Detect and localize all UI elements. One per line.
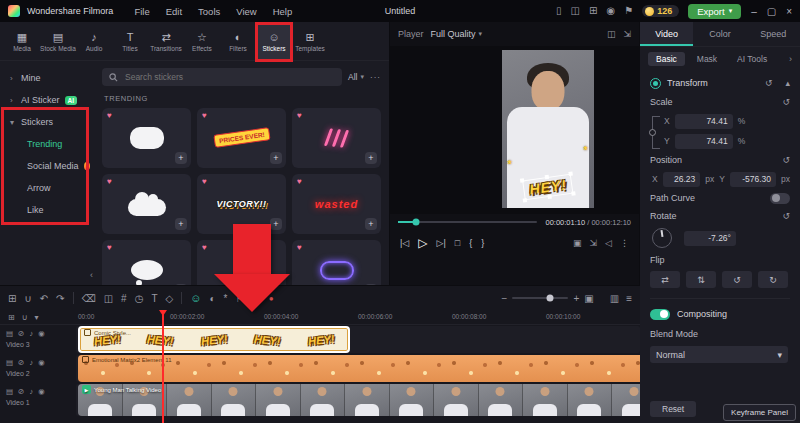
sidebar-item-stickers[interactable]: ▾ Stickers — [0, 111, 96, 133]
tab-audio[interactable]: ♪Audio — [76, 24, 112, 60]
playback-slider[interactable] — [398, 221, 537, 223]
hide-track-icon[interactable]: ◉ — [38, 387, 45, 396]
tab-transitions[interactable]: ⇄Transitions — [148, 24, 184, 60]
add-sticker-button[interactable]: + — [270, 152, 282, 164]
minimize-button[interactable]: – — [751, 6, 757, 17]
tab-speed[interactable]: Speed — [747, 22, 800, 46]
sidebar-item-ai-sticker[interactable]: › AI Sticker AI — [0, 89, 96, 111]
selection-handle[interactable] — [571, 191, 576, 196]
track-type-icon[interactable]: ▤ — [6, 329, 13, 338]
split-button[interactable]: ◫ — [104, 293, 113, 304]
mute-track-icon[interactable]: ♪ — [29, 387, 33, 396]
close-button[interactable]: × — [786, 6, 792, 17]
lock-track-icon[interactable]: ⊘ — [18, 387, 24, 396]
flip-horizontal-button[interactable]: ⇄ — [650, 271, 680, 288]
track-type-icon[interactable]: ▤ — [6, 387, 13, 396]
favorite-icon[interactable]: ♥ — [297, 243, 302, 252]
transform-toggle-icon[interactable] — [650, 78, 661, 89]
zoom-out-button[interactable]: − — [502, 293, 508, 304]
tab-titles[interactable]: TTitles — [112, 24, 148, 60]
add-track-icon[interactable]: ⊞ — [8, 313, 15, 322]
sticker-clip[interactable]: Comic Style... HEY! HEY! HEY! HEY! HEY! — [78, 326, 350, 353]
video-preview[interactable]: * * HEY! — [502, 50, 594, 208]
sidebar-item-trending[interactable]: Trending — [0, 133, 96, 155]
favorite-icon[interactable]: ♥ — [107, 111, 112, 120]
lock-track-icon[interactable]: ⊘ — [18, 329, 24, 338]
redo-button[interactable]: ↷ — [56, 293, 64, 304]
tab-media[interactable]: ▦Media — [4, 24, 40, 60]
tab-video[interactable]: Video — [640, 22, 693, 46]
collapse-section-icon[interactable]: ▴ — [785, 78, 790, 88]
keyframe-add-button[interactable]: ◇ — [166, 293, 174, 304]
path-curve-toggle[interactable] — [770, 193, 790, 204]
menu-file[interactable]: File — [134, 6, 149, 17]
flip-vertical-button[interactable]: ⇅ — [686, 271, 716, 288]
position-y-input[interactable]: -576.30 — [730, 172, 776, 187]
favorite-icon[interactable]: ♥ — [202, 243, 207, 252]
add-sticker-button[interactable]: + — [365, 218, 377, 230]
sidebar-collapse-button[interactable]: ‹ — [90, 270, 93, 280]
sticker-tile-wasted[interactable]: ♥ wasted + — [292, 174, 381, 234]
rotate-cw-button[interactable]: ↻ — [758, 271, 788, 288]
sticker-tile-cloud-bubble[interactable]: ♥ + — [102, 174, 191, 234]
tab-stickers[interactable]: ☺ Stickers — [256, 24, 292, 60]
add-sticker-button[interactable]: + — [270, 218, 282, 230]
hide-track-icon[interactable]: ◉ — [38, 358, 45, 367]
sticker-tile-anger-lines[interactable]: ♥ + — [292, 108, 381, 168]
selection-handle[interactable] — [522, 198, 527, 203]
tab-color[interactable]: Color — [693, 22, 746, 46]
zoom-knob[interactable] — [547, 295, 554, 302]
dual-screen-icon[interactable]: ⊞ — [589, 6, 597, 16]
scale-x-input[interactable]: 74.41 — [675, 114, 733, 129]
stop-button[interactable]: □ — [455, 238, 460, 248]
blend-mode-dropdown[interactable]: Normal ▾ — [650, 346, 788, 363]
phone-link-icon[interactable]: ▯ — [556, 6, 562, 16]
filter-dropdown[interactable]: All ▾ — [348, 72, 364, 82]
menu-edit[interactable]: Edit — [166, 6, 182, 17]
delete-button[interactable]: ⌫ — [82, 293, 96, 304]
track-lane[interactable]: Comic Style... HEY! HEY! HEY! HEY! HEY! — [76, 326, 640, 353]
fit-timeline-button[interactable]: ▣ — [584, 293, 593, 304]
notification-icon[interactable]: ⚑ — [624, 6, 633, 16]
compositing-toggle[interactable] — [650, 309, 670, 320]
search-input[interactable] — [123, 71, 335, 83]
compare-view-icon[interactable]: ◫ — [607, 29, 616, 39]
favorite-icon[interactable]: ♥ — [297, 177, 302, 186]
favorite-icon[interactable]: ♥ — [107, 243, 112, 252]
menu-view[interactable]: View — [236, 6, 256, 17]
sticker-tile-prices-ever[interactable]: ♥ PRICES EVER! + — [197, 108, 286, 168]
magnet-icon[interactable]: ∪ — [22, 313, 28, 322]
play-button[interactable]: ▷ — [418, 236, 427, 250]
scale-y-input[interactable]: 74.41 — [675, 134, 733, 149]
favorite-icon[interactable]: ♥ — [202, 177, 207, 186]
screen-layout-icon[interactable]: ◫ — [571, 6, 580, 16]
timeline-ruler[interactable]: ⊞ ∪ ▾ 00:00 00:00:02:00 00:00:04:00 00:0… — [0, 310, 640, 325]
sticker-tile-speech-bubble[interactable]: ♥ + — [102, 108, 191, 168]
zoom-slider[interactable] — [512, 297, 568, 299]
subtab-mask[interactable]: Mask — [689, 52, 725, 66]
next-frame-button[interactable]: ▷| — [437, 238, 446, 248]
tab-filters[interactable]: ◐Filters — [220, 24, 256, 60]
crop-button[interactable]: # — [121, 293, 127, 304]
speed-button[interactable]: ◷ — [135, 293, 144, 304]
sticker-quick-button[interactable]: ☺ — [190, 292, 201, 304]
playhead[interactable] — [162, 310, 164, 423]
maximize-button[interactable]: ▢ — [767, 6, 776, 17]
expand-player-icon[interactable]: ⇲ — [623, 29, 631, 39]
rotate-ccw-button[interactable]: ↺ — [722, 271, 752, 288]
coin-badge[interactable]: 126 — [642, 5, 679, 17]
subtab-basic[interactable]: Basic — [648, 52, 685, 66]
reset-transform-icon[interactable]: ↺ — [765, 78, 773, 88]
reset-position-icon[interactable]: ↺ — [782, 155, 790, 165]
snap-button[interactable]: ∪ — [24, 293, 31, 304]
more-options-icon[interactable]: ··· — [370, 73, 381, 82]
text-button[interactable]: T — [151, 293, 157, 304]
favorite-icon[interactable]: ♥ — [297, 111, 302, 120]
track-type-icon[interactable]: ▤ — [6, 358, 13, 367]
track-lane[interactable]: Emotional Matrix2 Element 11 — [76, 355, 640, 382]
quality-dropdown[interactable]: Full Quality ▾ — [431, 29, 483, 39]
menu-help[interactable]: Help — [273, 6, 293, 17]
position-x-input[interactable]: 26.23 — [663, 172, 701, 187]
rotate-input[interactable]: -7.26° — [684, 231, 736, 246]
mute-track-icon[interactable]: ♪ — [29, 358, 33, 367]
